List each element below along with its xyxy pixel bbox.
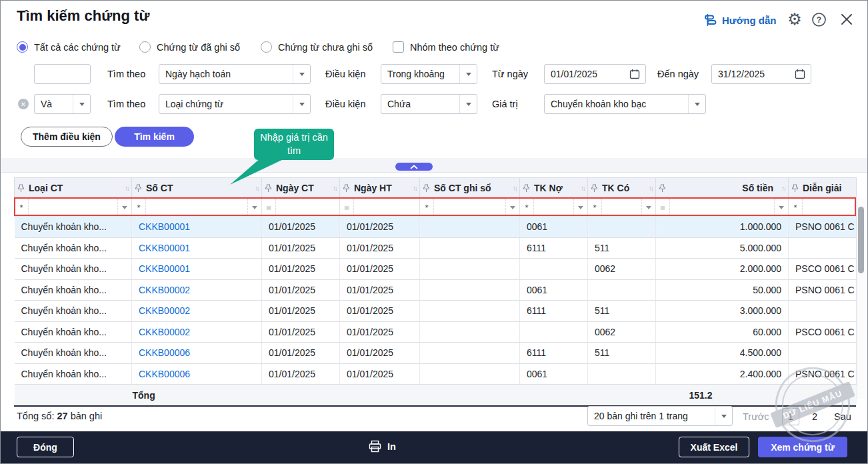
chevron-down-icon[interactable] [774,199,788,216]
column-header-tk_co[interactable]: TK Có↑↓ [588,178,656,199]
radio-unposted-documents[interactable]: Chứng từ chưa ghi sổ [261,41,373,53]
document-number-link[interactable]: CKKB00006 [139,347,190,358]
document-number-link[interactable]: CKKB00001 [139,221,190,232]
filter-operator[interactable]: * [420,203,433,213]
filter-operator[interactable]: = [262,203,275,213]
pagination-next[interactable]: Sau [834,411,851,422]
table-row[interactable]: Chuyển khoản kho...CKKB0000601/01/202501… [15,363,857,385]
add-condition-button[interactable]: Thêm điều kiện [21,127,113,147]
pagination-page-2[interactable]: 2 [812,411,817,422]
filter-input[interactable] [669,199,774,216]
export-excel-button[interactable]: Xuất Excel [679,437,749,457]
chevron-down-icon[interactable] [505,199,519,216]
from-date-input[interactable]: 01/01/2025 [544,64,646,84]
column-header-tk_no[interactable]: TK Nợ↑↓ [520,178,588,199]
table-row[interactable]: Chuyển khoản kho...CKKB0000101/01/202501… [15,237,857,259]
sort-icon[interactable]: ↑↓ [581,185,585,192]
filter-cell-loai_ct[interactable]: * [15,199,132,217]
column-header-loai_ct[interactable]: Loại CT↑↓ [15,178,132,199]
filter-operator[interactable]: = [340,203,353,213]
table-row[interactable]: Chuyển khoản kho...CKKB0000101/01/202501… [15,217,857,238]
filter-cell-tk_co[interactable]: * [588,199,656,217]
group-by-document-checkbox[interactable]: Nhóm theo chứng từ [393,41,499,53]
table-row[interactable]: Chuyển khoản kho...CKKB0000201/01/202501… [15,301,857,322]
value-select-row2[interactable]: Chuyển khoản kho bạc [544,94,706,114]
radio-all-documents[interactable]: Tất cả các chứng từ [17,41,121,53]
chevron-down-icon[interactable] [641,199,655,216]
collapse-filter-panel-button[interactable] [395,163,433,171]
filter-input[interactable] [275,199,339,216]
filter-input[interactable] [353,199,419,216]
view-document-button[interactable]: Xem chứng từ [758,437,847,457]
document-number-link[interactable]: CKKB00002 [139,327,190,337]
pagination-prev[interactable]: Trước [743,411,769,422]
filter-input[interactable] [802,199,856,216]
filter-cell-dien_giai[interactable]: * [789,199,857,217]
filter-cell-so_ct_ghi_so[interactable]: * [420,199,520,217]
document-number-link[interactable]: CKKB00001 [139,243,190,253]
chevron-down-icon[interactable] [117,199,131,216]
filter-input[interactable] [28,199,117,216]
print-button[interactable]: In [369,440,396,453]
filter-operator[interactable]: * [132,203,145,213]
to-date-input[interactable]: 31/12/2025 [711,64,811,84]
filter-input[interactable] [433,199,505,216]
filter-cell-ngay_ht[interactable]: = [340,199,420,217]
table-row[interactable]: Chuyển khoản kho...CKKB0000601/01/202501… [15,343,857,364]
settings-button[interactable]: ⚙ [786,11,803,28]
help-guide-link[interactable]: Hướng dẫn [703,13,777,27]
combiner-empty-box[interactable] [34,64,91,84]
column-header-dien_giai[interactable]: Diễn giải [789,178,857,199]
filter-operator[interactable]: * [520,203,533,213]
sort-icon[interactable]: ↑↓ [413,185,417,192]
document-number-link[interactable]: CKKB00006 [139,369,190,379]
close-button[interactable] [838,11,855,28]
filter-operator[interactable]: * [789,203,802,213]
sort-icon[interactable]: ↑↓ [781,185,785,192]
table-row[interactable]: Chuyển khoản kho...CKKB0000101/01/202501… [15,259,857,280]
sort-icon[interactable]: ↑↓ [513,185,517,192]
filter-input[interactable] [601,199,641,216]
filter-cell-so_tien[interactable]: = [656,199,789,217]
column-header-ngay_ht[interactable]: Ngày HT↑↓ [340,178,420,199]
remove-condition-button[interactable]: ✕ [18,99,29,109]
column-header-so_ct_ghi_so[interactable]: Số CT ghi sổ↑↓ [420,178,520,199]
sort-icon[interactable]: ↑↓ [649,185,653,192]
help-button[interactable]: ? [810,11,827,28]
filter-input[interactable] [533,199,573,216]
close-dialog-button[interactable]: Đóng [17,437,74,457]
filter-operator[interactable]: * [15,203,28,213]
pagination-page-1[interactable]: 1 [782,408,799,425]
pin-icon[interactable] [791,184,799,193]
column-header-so_tien[interactable]: Số tiền↑↓ [656,178,789,199]
document-number-link[interactable]: CKKB00002 [139,285,190,295]
chevron-down-icon[interactable] [573,199,587,216]
pin-icon[interactable] [659,184,666,193]
radio-posted-documents[interactable]: Chứng từ đã ghi sổ [139,41,240,53]
pin-icon[interactable] [523,184,530,193]
chevron-down-icon[interactable] [247,199,261,216]
field-select-row2[interactable]: Loại chứng từ [159,94,311,114]
condition-select-row1[interactable]: Trong khoảng [381,64,477,84]
page-size-select[interactable]: 20 bản ghi trên 1 trang [587,406,733,426]
sort-icon[interactable]: ↑↓ [333,185,337,192]
condition-select-row2[interactable]: Chứa [381,94,477,114]
filter-cell-so_ct[interactable]: * [132,199,262,217]
filter-operator[interactable]: * [588,203,601,213]
document-number-link[interactable]: CKKB00001 [139,263,190,274]
field-select-row1[interactable]: Ngày hạch toán [159,64,311,84]
filter-cell-tk_no[interactable]: * [520,199,588,217]
pin-icon[interactable] [423,184,430,193]
sort-icon[interactable]: ↑↓ [125,185,129,192]
pin-icon[interactable] [591,184,598,193]
pin-icon[interactable] [17,184,25,193]
document-number-link[interactable]: CKKB00002 [139,305,190,316]
filter-operator[interactable]: = [656,203,669,213]
table-row[interactable]: Chuyển khoản kho...CKKB0000201/01/202501… [15,279,857,301]
filter-input[interactable] [145,199,247,216]
combiner-select-row2[interactable]: Và [34,94,91,114]
table-row[interactable]: Chuyển khoản kho...CKKB0000201/01/202501… [15,321,857,343]
filter-cell-ngay_ct[interactable]: = [262,199,340,217]
pin-icon[interactable] [135,184,142,193]
pin-icon[interactable] [343,184,350,193]
